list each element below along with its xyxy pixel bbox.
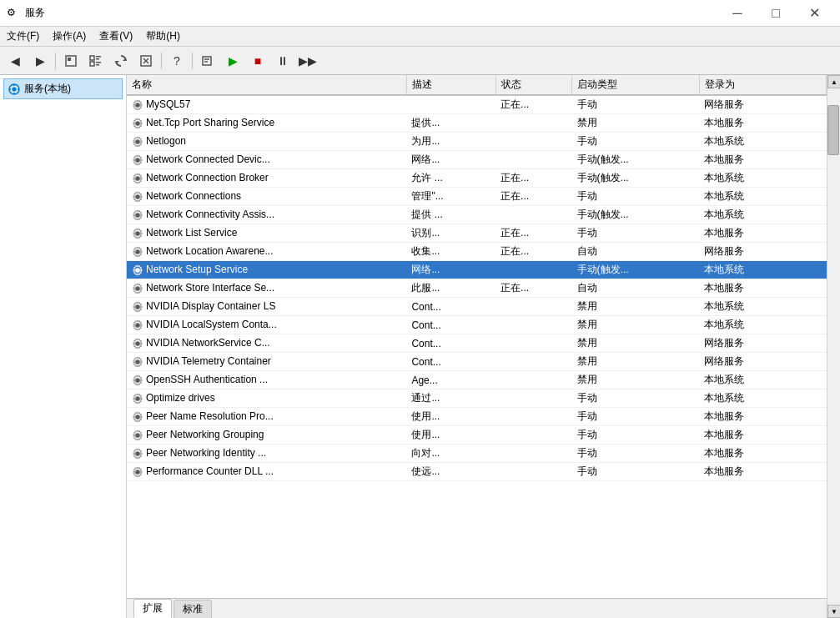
- service-startup: 手动(触发...: [572, 151, 699, 169]
- sidebar-item-local-services[interactable]: 服务(本地): [3, 78, 123, 99]
- service-name: MySQL57: [127, 95, 406, 114]
- toolbar-help[interactable]: ?: [165, 50, 189, 72]
- menu-file[interactable]: 文件(F): [0, 28, 46, 45]
- table-row[interactable]: Network Store Interface Se...此服...正在...自…: [127, 279, 827, 298]
- gear-icon: [132, 209, 143, 221]
- service-startup: 手动: [572, 188, 699, 206]
- toolbar-restart[interactable]: ▶▶: [296, 50, 319, 72]
- table-row[interactable]: Net.Tcp Port Sharing Service提供...禁用本地服务: [127, 114, 827, 133]
- toolbar-forward[interactable]: ▶: [28, 50, 52, 72]
- table-row[interactable]: NVIDIA NetworkService C...Cont...禁用网络服务: [127, 334, 827, 353]
- scrollbar[interactable]: ▲ ▼: [827, 75, 840, 618]
- col-login[interactable]: 登录为: [699, 75, 826, 95]
- toolbar-pause[interactable]: ⏸: [271, 50, 294, 72]
- table-row[interactable]: NVIDIA LocalSystem Conta...Cont...禁用本地系统: [127, 316, 827, 334]
- toolbar-play[interactable]: ▶: [221, 50, 244, 72]
- table-row[interactable]: Netlogon为用...手动本地系统: [127, 133, 827, 151]
- props-icon: [201, 54, 214, 68]
- service-login: 本地系统: [699, 316, 826, 334]
- maximize-button[interactable]: □: [757, 0, 795, 27]
- col-name[interactable]: 名称: [127, 75, 406, 95]
- service-login: 本地服务: [699, 426, 826, 445]
- service-status: [495, 151, 571, 169]
- service-desc: 使用...: [406, 426, 495, 445]
- toolbar-sep3: [192, 53, 193, 69]
- service-login: 本地系统: [699, 261, 826, 279]
- service-login: 网络服务: [699, 243, 826, 261]
- service-startup: 手动: [572, 408, 699, 426]
- svg-rect-4: [96, 58, 99, 60]
- col-startup[interactable]: 启动类型: [572, 75, 699, 95]
- col-status[interactable]: 状态: [495, 75, 571, 95]
- close-button[interactable]: ✕: [795, 0, 833, 27]
- scroll-down-btn[interactable]: ▼: [827, 605, 840, 618]
- toolbar-show[interactable]: [84, 50, 108, 72]
- service-startup: 手动: [572, 445, 699, 463]
- table-row[interactable]: Network Connections管理"...正在...手动本地系统: [127, 188, 827, 206]
- service-status: [495, 133, 571, 151]
- table-row[interactable]: Peer Networking Grouping使用...手动本地服务: [127, 426, 827, 445]
- toolbar-up[interactable]: [59, 50, 83, 72]
- menu-action[interactable]: 操作(A): [46, 28, 93, 45]
- table-row[interactable]: Optimize drives通过...手动本地系统: [127, 389, 827, 408]
- service-status: [495, 206, 571, 224]
- service-desc: [406, 95, 495, 114]
- table-row[interactable]: NVIDIA Display Container LSCont...禁用本地系统: [127, 298, 827, 316]
- table-row[interactable]: Network List Service识别...正在...手动本地服务: [127, 224, 827, 243]
- scroll-track[interactable]: [827, 88, 840, 605]
- service-name: Network Connected Devic...: [127, 151, 406, 169]
- minimize-button[interactable]: ─: [718, 0, 757, 27]
- window-title: 服务: [25, 6, 718, 20]
- table-row[interactable]: Peer Networking Identity ...向对...手动本地服务: [127, 445, 827, 463]
- table-row[interactable]: Performance Counter DLL ...使远...手动本地服务: [127, 463, 827, 481]
- svg-rect-3: [96, 56, 101, 58]
- service-desc: 识别...: [406, 224, 495, 243]
- toolbar-refresh[interactable]: [109, 50, 133, 72]
- scroll-thumb[interactable]: [827, 105, 839, 155]
- service-status: 正在...: [495, 224, 571, 243]
- table-row[interactable]: Network Connectivity Assis...提供 ...手动(触发…: [127, 206, 827, 224]
- title-bar: ⚙ 服务 ─ □ ✕: [0, 0, 840, 27]
- service-desc: Cont...: [406, 334, 495, 353]
- show-icon: [89, 54, 103, 68]
- service-startup: 禁用: [572, 316, 699, 334]
- service-status: 正在...: [495, 169, 571, 188]
- table-row[interactable]: Network Setup Service网络...手动(触发...本地系统: [127, 261, 827, 279]
- toolbar-stop[interactable]: ■: [246, 50, 269, 72]
- table-container[interactable]: 名称 描述 状态 启动类型 登录为 MySQL57正在...手动网络服务 Net…: [127, 75, 827, 598]
- service-startup: 手动(触发...: [572, 206, 699, 224]
- up-icon: [64, 54, 78, 68]
- service-status: [495, 114, 571, 133]
- service-login: 本地系统: [699, 298, 826, 316]
- scroll-up-btn[interactable]: ▲: [827, 75, 840, 88]
- service-desc: 提供 ...: [406, 206, 495, 224]
- menu-help[interactable]: 帮助(H): [139, 28, 187, 45]
- col-desc[interactable]: 描述: [406, 75, 495, 95]
- service-login: 本地服务: [699, 151, 826, 169]
- table-row[interactable]: MySQL57正在...手动网络服务: [127, 95, 827, 114]
- table-row[interactable]: OpenSSH Authentication ...Age...禁用本地系统: [127, 371, 827, 389]
- tab-extended[interactable]: 扩展: [133, 599, 172, 618]
- toolbar-properties[interactable]: [196, 50, 219, 72]
- gear-icon: [132, 264, 143, 276]
- menu-view[interactable]: 查看(V): [93, 28, 139, 45]
- service-name: Netlogon: [127, 133, 406, 151]
- table-row[interactable]: NVIDIA Telemetry ContainerCont...禁用网络服务: [127, 353, 827, 371]
- service-login: 本地服务: [699, 114, 826, 133]
- service-name: Network Connections: [127, 188, 406, 206]
- table-row[interactable]: Network Connected Devic...网络...手动(触发...本…: [127, 151, 827, 169]
- toolbar-back[interactable]: ◀: [3, 50, 27, 72]
- toolbar-export[interactable]: [134, 50, 158, 72]
- gear-icon: [132, 191, 143, 203]
- svg-rect-7: [96, 64, 99, 66]
- service-desc: Cont...: [406, 298, 495, 316]
- table-row[interactable]: Network Connection Broker允许 ...正在...手动(触…: [127, 169, 827, 188]
- service-desc: 允许 ...: [406, 169, 495, 188]
- table-row[interactable]: Network Location Awarene...收集...正在...自动网…: [127, 243, 827, 261]
- service-name: NVIDIA NetworkService C...: [127, 334, 406, 353]
- table-row[interactable]: Peer Name Resolution Pro...使用...手动本地服务: [127, 408, 827, 426]
- toolbar-sep1: [55, 53, 56, 69]
- service-status: [495, 426, 571, 445]
- tab-standard[interactable]: 标准: [174, 600, 212, 618]
- svg-rect-2: [90, 56, 94, 60]
